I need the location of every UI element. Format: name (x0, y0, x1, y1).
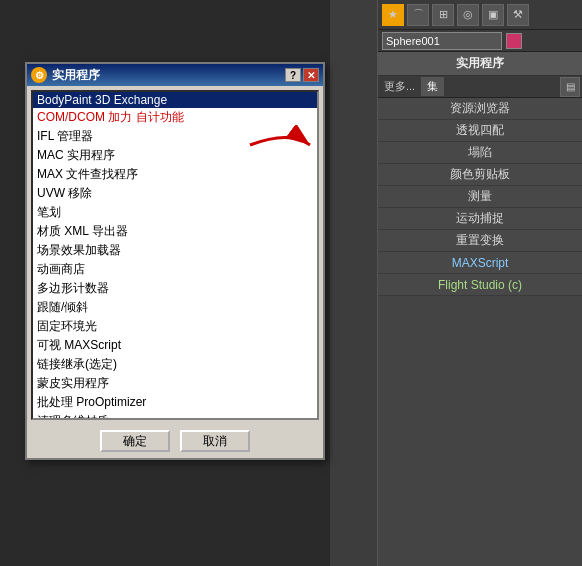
toolbar-icon-star[interactable]: ★ (382, 4, 404, 26)
dialog-close-button[interactable]: ✕ (303, 68, 319, 82)
right-panel: ★ ⌒ ⊞ ◎ ▣ ⚒ 实用程序 更多... 集 ▤ 资源浏览器 透视四配 塌陷… (377, 0, 582, 566)
menu-item-motion-capture[interactable]: 运动捕捉 (378, 208, 582, 230)
dialog-footer: 确定 取消 (27, 424, 323, 458)
menu-item-asset-browser[interactable]: 资源浏览器 (378, 98, 582, 120)
list-item[interactable]: IFL 管理器 (33, 127, 317, 146)
toolbar-icon-wrench[interactable]: ⚒ (507, 4, 529, 26)
menu-item-reset-transform[interactable]: 重置变换 (378, 230, 582, 252)
dialog-body: BodyPaint 3D ExchangeCOM/DCOM 加力 自计功能IFL… (27, 86, 323, 424)
dialog-title: 实用程序 (52, 67, 283, 84)
list-item[interactable]: 清理多维材质 (33, 412, 317, 420)
list-item[interactable]: 场景效果加载器 (33, 241, 317, 260)
right-toolbar: ★ ⌒ ⊞ ◎ ▣ ⚒ (378, 0, 582, 30)
tab-icon-btn[interactable]: ▤ (560, 77, 580, 97)
dialog-help-button[interactable]: ? (285, 68, 301, 82)
utilities-dialog: ⚙ 实用程序 ? ✕ BodyPaint 3D ExchangeCOM/DCOM… (25, 62, 325, 460)
right-tabs-bar: 更多... 集 ▤ (378, 76, 582, 98)
toolbar-icon-curve[interactable]: ⌒ (407, 4, 429, 26)
dialog-titlebar: ⚙ 实用程序 ? ✕ (27, 64, 323, 86)
list-item[interactable]: MAX 文件查找程序 (33, 165, 317, 184)
menu-item-measure[interactable]: 测量 (378, 186, 582, 208)
dialog-icon: ⚙ (31, 67, 47, 83)
tab-more[interactable]: 更多... (378, 77, 421, 96)
list-item[interactable]: 批处理 ProOptimizer (33, 393, 317, 412)
list-item[interactable]: 跟随/倾斜 (33, 298, 317, 317)
list-item[interactable]: MAC 实用程序 (33, 146, 317, 165)
list-item[interactable]: 固定环境光 (33, 317, 317, 336)
list-item[interactable]: 材质 XML 导出器 (33, 222, 317, 241)
menu-item-color-clipboard[interactable]: 颜色剪贴板 (378, 164, 582, 186)
section-title: 实用程序 (378, 52, 582, 76)
list-item[interactable]: 多边形计数器 (33, 279, 317, 298)
list-item[interactable]: 链接继承(选定) (33, 355, 317, 374)
right-menu-list: 资源浏览器 透视四配 塌陷 颜色剪贴板 测量 运动捕捉 重置变换 MAXScri… (378, 98, 582, 296)
list-item[interactable]: 动画商店 (33, 260, 317, 279)
list-item[interactable]: UVW 移除 (33, 184, 317, 203)
dialog-listbox[interactable]: BodyPaint 3D ExchangeCOM/DCOM 加力 自计功能IFL… (31, 90, 319, 420)
menu-item-collapse[interactable]: 塌陷 (378, 142, 582, 164)
menu-item-perspective[interactable]: 透视四配 (378, 120, 582, 142)
toolbar-icon-monitor[interactable]: ▣ (482, 4, 504, 26)
toolbar-icon-grid[interactable]: ⊞ (432, 4, 454, 26)
tab-set[interactable]: 集 (421, 77, 444, 96)
list-item[interactable]: 蒙皮实用程序 (33, 374, 317, 393)
menu-item-flight-studio[interactable]: Flight Studio (c) (378, 274, 582, 296)
color-swatch[interactable] (506, 33, 522, 49)
dialog-ok-button[interactable]: 确定 (100, 430, 170, 452)
list-item[interactable]: 笔划 (33, 203, 317, 222)
toolbar-icon-circle[interactable]: ◎ (457, 4, 479, 26)
sphere-name-input[interactable] (382, 32, 502, 50)
dialog-cancel-button[interactable]: 取消 (180, 430, 250, 452)
list-item[interactable]: 可视 MAXScript (33, 336, 317, 355)
list-item[interactable]: BodyPaint 3D Exchange (33, 92, 317, 108)
menu-item-maxscript[interactable]: MAXScript (378, 252, 582, 274)
list-item[interactable]: COM/DCOM 加力 自计功能 (33, 108, 317, 127)
sphere-name-bar (378, 30, 582, 52)
